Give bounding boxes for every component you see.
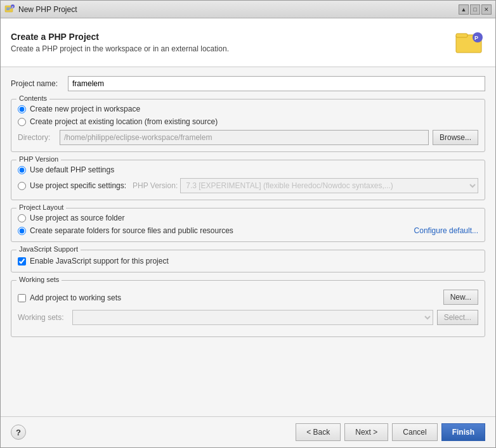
footer-buttons: < Back Next > Cancel Finish <box>296 423 485 441</box>
working-sets-section: Working sets Add project to working sets… <box>11 280 485 337</box>
header-folder-icon: P <box>455 27 485 58</box>
working-sets-new-button[interactable]: New... <box>443 290 478 305</box>
layout-source-label[interactable]: Use project as source folder <box>30 214 124 222</box>
php-version-label-text: PHP Version: <box>133 181 178 190</box>
php-version-select: 7.3 [EXPERIMENTAL] (flexible Heredoc/Now… <box>180 178 478 193</box>
svg-text:P: P <box>12 5 14 8</box>
dialog-header: Create a PHP Project Create a PHP projec… <box>1 18 495 67</box>
directory-input <box>60 130 429 145</box>
layout-source-radio[interactable] <box>18 214 26 222</box>
php-version-legend: PHP Version <box>16 155 61 163</box>
header-text-block: Create a PHP Project Create a PHP projec… <box>11 32 229 53</box>
back-button[interactable]: < Back <box>296 423 341 441</box>
php-default-radio[interactable] <box>18 166 26 174</box>
working-sets-legend: Working sets <box>16 276 62 283</box>
php-version-section: PHP Version Use default PHP settings Use… <box>11 160 485 200</box>
help-button[interactable]: ? <box>11 425 26 440</box>
add-to-working-sets-label[interactable]: Add project to working sets <box>30 293 121 302</box>
layout-source-row: Use project as source folder <box>18 214 478 222</box>
javascript-support-label[interactable]: Enable JavaScript support for this proje… <box>30 257 169 266</box>
minimize-button[interactable]: ▲ <box>459 4 469 15</box>
add-to-working-sets-row: Add project to working sets <box>18 293 121 302</box>
contents-existing-project-radio[interactable] <box>18 118 26 126</box>
contents-existing-project-label[interactable]: Create project at existing location (fro… <box>30 117 218 126</box>
svg-rect-6 <box>456 34 467 37</box>
contents-new-project-radio[interactable] <box>18 105 26 113</box>
cancel-button[interactable]: Cancel <box>392 423 437 441</box>
working-sets-select-row: Working sets: Select... <box>18 310 478 325</box>
directory-label: Directory: <box>18 133 56 142</box>
php-specific-row: Use project specific settings: PHP Versi… <box>18 178 478 193</box>
close-button[interactable]: ✕ <box>481 4 492 15</box>
directory-row: Directory: Browse... <box>18 130 478 145</box>
javascript-support-checkbox[interactable] <box>18 257 26 266</box>
project-layout-section: Project Layout Use project as source fol… <box>11 208 485 242</box>
finish-button[interactable]: Finish <box>441 423 485 441</box>
header-subtitle: Create a PHP project in the workspace or… <box>11 44 229 53</box>
contents-new-project-row: Create new project in workspace <box>18 105 478 113</box>
layout-separate-row: Create separate folders for source files… <box>18 226 478 235</box>
svg-rect-2 <box>6 9 10 10</box>
titlebar: P New PHP Project ▲ □ ✕ <box>1 1 495 18</box>
project-layout-legend: Project Layout <box>16 203 66 211</box>
contents-section: Contents Create new project in workspace… <box>11 99 485 152</box>
project-name-label: Project name: <box>11 79 68 88</box>
working-sets-inner: Add project to working sets New... Worki… <box>18 290 478 325</box>
contents-new-project-label[interactable]: Create new project in workspace <box>30 105 140 113</box>
php-version-dropdown: PHP Version: 7.3 [EXPERIMENTAL] (flexibl… <box>133 178 478 193</box>
javascript-support-legend: JavaScript Support <box>16 245 81 253</box>
window-icon: P <box>4 4 15 15</box>
layout-separate-radio[interactable] <box>18 227 26 235</box>
php-default-row: Use default PHP settings <box>18 165 478 174</box>
javascript-checkbox-row: Enable JavaScript support for this proje… <box>18 257 478 266</box>
project-name-row: Project name: <box>11 76 485 91</box>
contents-existing-project-row: Create project at existing location (fro… <box>18 117 478 126</box>
window-title: New PHP Project <box>18 5 455 14</box>
project-name-input[interactable] <box>68 76 485 91</box>
header-title: Create a PHP Project <box>11 32 229 42</box>
dialog-footer: ? < Back Next > Cancel Finish <box>1 416 495 447</box>
configure-default-link[interactable]: Configure default... <box>414 226 478 235</box>
working-sets-select-button: Select... <box>437 310 478 325</box>
contents-legend: Contents <box>16 94 49 102</box>
working-sets-select <box>72 310 433 325</box>
working-sets-label: Working sets: <box>18 313 69 322</box>
main-window: P New PHP Project ▲ □ ✕ Create a PHP Pro… <box>0 0 496 448</box>
php-specific-radio[interactable] <box>18 182 26 190</box>
content-area: Project name: Contents Create new projec… <box>1 67 495 416</box>
next-button[interactable]: Next > <box>344 423 388 441</box>
svg-rect-1 <box>6 8 11 9</box>
window-controls: ▲ □ ✕ <box>459 4 492 15</box>
php-specific-label[interactable]: Use project specific settings: <box>30 181 126 190</box>
browse-button[interactable]: Browse... <box>433 130 478 145</box>
add-to-working-sets-checkbox[interactable] <box>18 294 26 302</box>
help-icon: ? <box>16 428 21 437</box>
layout-separate-label[interactable]: Create separate folders for source files… <box>30 226 233 235</box>
php-default-label[interactable]: Use default PHP settings <box>30 165 114 174</box>
svg-text:P: P <box>474 35 478 41</box>
maximize-button[interactable]: □ <box>470 4 480 15</box>
javascript-support-section: JavaScript Support Enable JavaScript sup… <box>11 250 485 272</box>
